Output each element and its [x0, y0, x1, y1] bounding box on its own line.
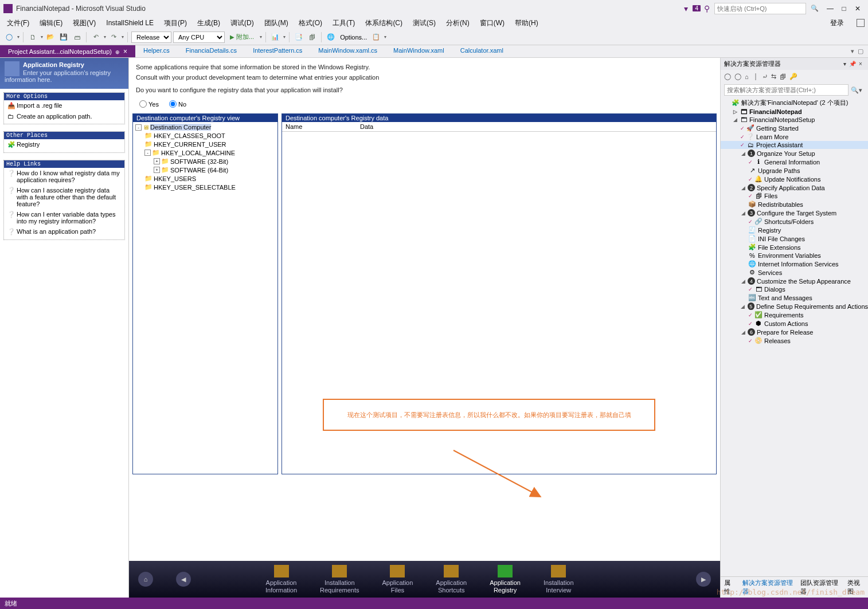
registry-link[interactable]: 🧩Registry: [4, 139, 124, 150]
solution-dropdown-icon[interactable]: ▢: [858, 48, 863, 55]
search-icon[interactable]: 🔍: [811, 5, 819, 12]
node-files[interactable]: ✓🗐Files: [721, 192, 868, 200]
solution-tree[interactable]: 🧩解决方案'FinancialNotepad' (2 个项目) ▷🗔Financ…: [721, 97, 868, 576]
tab-overflow-icon[interactable]: ▾: [851, 48, 854, 55]
open-file-icon[interactable]: 📂: [45, 32, 56, 43]
help-link-3[interactable]: ❔How can I enter variable data types int…: [4, 209, 124, 226]
menu-test[interactable]: 测试(S): [409, 17, 439, 29]
solution-node[interactable]: 🧩解决方案'FinancialNotepad' (2 个项目): [721, 98, 868, 108]
group-define-req[interactable]: ◢5Define Setup Requirements and Actions: [721, 302, 868, 311]
refresh-icon[interactable]: ⤾: [763, 73, 768, 80]
menu-help[interactable]: 帮助(H): [511, 17, 542, 29]
node-text-messages[interactable]: 🔤Text and Messages: [721, 293, 868, 302]
tool-icon-5[interactable]: 📋: [370, 32, 382, 43]
back-icon[interactable]: ◯: [724, 73, 731, 80]
panel-menu-icon[interactable]: ▾: [840, 61, 849, 67]
registry-tree[interactable]: -🖥Destination Computer 📁HKEY_CLASSES_ROO…: [133, 122, 277, 192]
menu-debug[interactable]: 调试(D): [227, 17, 257, 29]
node-project-assistant[interactable]: ✓🗂Project Assistant: [721, 141, 868, 149]
node-env-vars[interactable]: %Environment Variables: [721, 252, 868, 260]
tab-mainwindow-xaml[interactable]: MainWindow.xaml: [385, 45, 452, 57]
help-link-2[interactable]: ❔How can I associate registry data with …: [4, 185, 124, 209]
node-iis[interactable]: 🌐Internet Information Services: [721, 260, 868, 268]
options-button[interactable]: Options...: [338, 32, 369, 43]
radio-yes[interactable]: Yes: [139, 100, 159, 108]
home-icon[interactable]: ⌂: [745, 73, 749, 80]
tool-icon-4[interactable]: 🌐: [325, 32, 337, 43]
project-node-2[interactable]: ◢🗔FinancialNotepadSetup: [721, 116, 868, 124]
menu-view[interactable]: 视图(V): [69, 17, 99, 29]
maximize-icon[interactable]: □: [837, 5, 851, 13]
project-node-1[interactable]: ▷🗔FinancialNotepad: [721, 108, 868, 116]
platform-dropdown[interactable]: Any CPU: [173, 32, 225, 43]
close-icon[interactable]: ✕: [851, 5, 865, 13]
tool-icon-2[interactable]: 📑: [293, 32, 304, 43]
properties-icon[interactable]: 🔑: [789, 73, 797, 80]
forward-icon[interactable]: ◯: [734, 73, 741, 80]
radio-no[interactable]: No: [169, 100, 186, 108]
step-app-shortcuts[interactable]: ApplicationShortcuts: [436, 565, 467, 593]
save-icon[interactable]: 💾: [58, 32, 69, 43]
menu-architecture[interactable]: 体系结构(C): [362, 17, 406, 29]
step-forward-button[interactable]: ▶: [696, 572, 711, 587]
node-registry[interactable]: 🧾Registry: [721, 226, 868, 234]
undo-icon[interactable]: ↶: [90, 32, 101, 43]
sign-in-link[interactable]: 登录: [826, 17, 849, 29]
node-custom-actions[interactable]: ✓⬢Custom Actions: [721, 319, 868, 328]
menu-format[interactable]: 格式(O): [295, 17, 326, 29]
tab-project-assistant[interactable]: Project Assistant...cialNotepadSetup): [0, 45, 135, 57]
node-releases[interactable]: ✓📀Releases: [721, 336, 868, 345]
avatar-icon[interactable]: [857, 19, 865, 27]
save-all-icon[interactable]: 🗃: [71, 32, 83, 43]
config-dropdown[interactable]: Release: [131, 32, 171, 43]
tab-interestpattern[interactable]: InterestPattern.cs: [245, 45, 310, 57]
quick-launch-input[interactable]: [714, 3, 806, 14]
menu-analyze[interactable]: 分析(N): [443, 17, 473, 29]
close-tab-icon[interactable]: [123, 48, 127, 56]
node-upgrade-paths[interactable]: ↗Upgrade Paths: [721, 166, 868, 175]
new-project-icon[interactable]: 🗋: [27, 32, 38, 43]
help-link-4[interactable]: ❔What is an application path?: [4, 226, 124, 237]
tab-financiadetails[interactable]: FinanciaDetails.cs: [178, 45, 245, 57]
menu-installshield[interactable]: InstallShield LE: [103, 18, 157, 28]
help-link-1[interactable]: ❔How do I know what registry data my app…: [4, 168, 124, 185]
pin-icon[interactable]: 📌: [849, 61, 857, 67]
node-services[interactable]: ⚙Services: [721, 268, 868, 277]
node-shortcuts[interactable]: ✓🔗Shortcuts/Folders: [721, 217, 868, 226]
group-customize[interactable]: ◢4Customize the Setup Appearance: [721, 277, 868, 285]
node-dialogs[interactable]: ✓🗔Dialogs: [721, 285, 868, 293]
menu-file[interactable]: 文件(F): [3, 17, 33, 29]
collapse-icon[interactable]: ⇆: [771, 73, 776, 80]
redo-icon[interactable]: ↷: [108, 32, 119, 43]
start-button[interactable]: 附加...: [226, 33, 257, 41]
step-app-registry[interactable]: ApplicationRegistry: [490, 565, 521, 593]
tab-helper[interactable]: Helper.cs: [135, 45, 178, 57]
solution-search-input[interactable]: [724, 84, 849, 96]
show-all-icon[interactable]: 🗐: [780, 73, 786, 80]
step-back-button[interactable]: ◀: [176, 572, 191, 587]
node-ini[interactable]: 📄INI File Changes: [721, 234, 868, 243]
node-file-ext[interactable]: 🧩File Extensions: [721, 243, 868, 252]
group-organize[interactable]: ◢1Organize Your Setup: [721, 149, 868, 158]
node-update-notifications[interactable]: ✓🔔Update Notifications: [721, 175, 868, 183]
back-icon[interactable]: ◯: [3, 32, 15, 43]
step-app-files[interactable]: ApplicationFiles: [382, 565, 413, 593]
step-install-req[interactable]: InstallationRequirements: [320, 565, 359, 593]
tool-icon-3[interactable]: 🗐: [306, 32, 318, 43]
tool-icon-1[interactable]: 📊: [269, 32, 281, 43]
step-app-info[interactable]: ApplicationInformation: [265, 565, 297, 593]
menu-edit[interactable]: 编辑(E): [36, 17, 66, 29]
node-learn-more[interactable]: ✓❔Learn More: [721, 132, 868, 141]
step-install-interview[interactable]: InstallationInterview: [544, 565, 574, 593]
node-requirements[interactable]: ✓✅Requirements: [721, 311, 868, 319]
step-home-button[interactable]: ⌂: [138, 572, 153, 587]
minimize-icon[interactable]: —: [823, 5, 837, 13]
node-getting-started[interactable]: ✓🚀Getting Started: [721, 124, 868, 132]
menu-team[interactable]: 团队(M): [261, 17, 292, 29]
menu-project[interactable]: 项目(P): [161, 17, 190, 29]
node-general-info[interactable]: ✓ℹGeneral Information: [721, 158, 868, 166]
menu-window[interactable]: 窗口(W): [476, 17, 508, 29]
pin-icon[interactable]: [115, 48, 120, 55]
feedback-icon[interactable]: ⚲: [704, 4, 710, 13]
node-redistributables[interactable]: 📦Redistributables: [721, 200, 868, 209]
